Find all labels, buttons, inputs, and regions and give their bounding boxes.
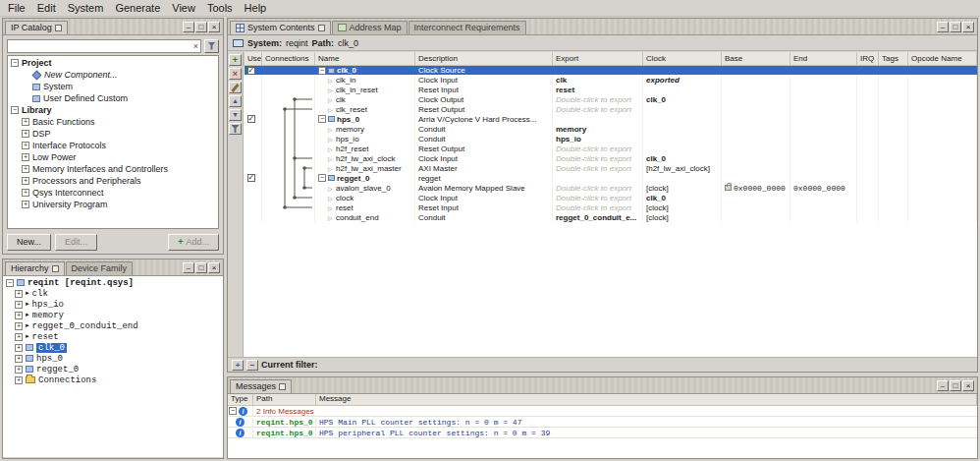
use-checkbox[interactable] — [247, 67, 255, 75]
expander-icon[interactable]: + — [22, 130, 29, 138]
row-clk-in[interactable]: ▷clk_inClock Inputclkexported — [245, 75, 977, 85]
export-cell[interactable]: regget_0_conduit_e... — [553, 212, 643, 222]
column-header-connections[interactable]: Connections — [262, 52, 315, 65]
message-row[interactable]: ireqint.hps_0HPS Main PLL counter settin… — [228, 417, 977, 428]
row-clk[interactable]: ▷clkClock OutputDouble-click to exportcl… — [245, 94, 977, 104]
tab-interconnect-requirements[interactable]: Interconnect Requirements — [408, 21, 526, 34]
row-h2f-lw-axi-master[interactable]: ▷h2f_lw_axi_masterAXI MasterDouble-click… — [245, 163, 977, 173]
expander-icon[interactable]: − — [11, 59, 19, 67]
filter-icon[interactable] — [229, 123, 242, 135]
row-reset[interactable]: ▷resetReset InputDouble-click to export[… — [245, 202, 977, 212]
tab-address-map[interactable]: Address Map — [332, 21, 408, 34]
hierarchy-item-connections[interactable]: +Connections — [3, 375, 223, 385]
hierarchy-item-regget-0[interactable]: +regget_0 — [3, 364, 223, 375]
row-conduit-end[interactable]: ▷conduit_endConduitregget_0_conduit_e...… — [245, 212, 977, 222]
expander-icon[interactable]: + — [22, 165, 29, 173]
row-avalon-slave-0[interactable]: ▷avalon_slave_0Avalon Memory Mapped Slav… — [245, 183, 977, 193]
tab-ip-catalog[interactable]: IP Catalog — [5, 21, 68, 34]
export-cell[interactable]: hps_io — [553, 134, 643, 144]
minimize-button[interactable]: – — [183, 22, 194, 32]
expander-icon[interactable]: + — [22, 153, 29, 161]
catalog-section-library[interactable]: −Library — [8, 104, 218, 116]
use-checkbox[interactable] — [247, 115, 255, 123]
menu-item-view[interactable]: View — [166, 2, 201, 14]
column-header-type[interactable]: Type — [228, 394, 253, 405]
export-cell[interactable]: Double-click to export — [553, 144, 643, 153]
expander-icon[interactable]: + — [15, 366, 23, 374]
move-down-icon[interactable]: ▼ — [229, 109, 242, 121]
hierarchy-item-clk-0[interactable]: +clk_0 — [3, 342, 223, 353]
export-cell[interactable] — [553, 114, 643, 124]
row-clk-in-reset[interactable]: ▷clk_in_resetReset Inputreset — [245, 85, 977, 94]
export-cell[interactable]: Double-click to export — [553, 94, 643, 104]
export-cell[interactable]: Double-click to export — [553, 153, 643, 163]
close-button[interactable]: × — [962, 380, 974, 391]
edit-icon[interactable] — [229, 82, 242, 93]
minimize-button[interactable]: – — [937, 380, 949, 391]
close-button[interactable]: × — [208, 262, 220, 273]
hierarchy-item-regget-0-conduit-end[interactable]: +►regget_0_conduit_end — [3, 320, 223, 331]
row-h2f-reset[interactable]: ▷h2f_resetReset OutputDouble-click to ex… — [245, 144, 977, 153]
filter-button[interactable] — [204, 39, 219, 53]
menu-item-system[interactable]: System — [62, 2, 110, 14]
expander-icon[interactable]: + — [22, 142, 29, 149]
catalog-item-dsp[interactable]: +DSP — [8, 128, 218, 140]
expander-icon[interactable]: + — [15, 290, 23, 298]
new-button[interactable]: New... — [7, 234, 51, 251]
collapse-all-icon[interactable]: − — [246, 360, 258, 371]
expander-icon[interactable]: − — [318, 115, 326, 123]
column-header-message[interactable]: Message — [316, 394, 977, 405]
column-header-clock[interactable]: Clock — [643, 52, 722, 65]
catalog-item-processors-and-peripherals[interactable]: +Processors and Peripherals — [8, 175, 218, 187]
message-row[interactable]: ireqint.hps_0HPS peripheral PLL counter … — [228, 428, 977, 438]
expander-icon[interactable]: + — [15, 376, 23, 384]
column-header-irq[interactable]: IRQ — [857, 52, 879, 65]
row-memory[interactable]: ▷memoryConduitmemory — [245, 124, 977, 134]
export-cell[interactable]: reset — [553, 85, 643, 94]
menu-item-edit[interactable]: Edit — [31, 2, 62, 14]
row-regget-0[interactable]: −regget_0regget — [245, 173, 977, 183]
expander-icon[interactable]: − — [318, 67, 326, 75]
export-cell[interactable] — [553, 173, 643, 183]
row-hps-0[interactable]: −hps_0Arria V/Cyclone V Hard Process... — [245, 114, 977, 124]
export-cell[interactable]: Double-click to export — [553, 193, 643, 202]
column-header-base[interactable]: Base — [722, 52, 790, 65]
catalog-item-interface-protocols[interactable]: +Interface Protocols — [8, 140, 218, 151]
catalog-item-system[interactable]: System — [8, 81, 218, 92]
add-icon[interactable]: + — [229, 54, 242, 66]
use-checkbox[interactable] — [247, 174, 255, 182]
expander-icon[interactable]: + — [15, 333, 23, 341]
remove-icon[interactable]: × — [229, 68, 242, 80]
catalog-item-low-power[interactable]: +Low Power — [8, 151, 218, 163]
expander-icon[interactable]: + — [22, 189, 29, 197]
message-group-row[interactable]: −i2 Info Messages — [228, 406, 977, 417]
search-input[interactable] — [8, 40, 191, 52]
expander-icon[interactable]: + — [22, 201, 29, 208]
expander-icon[interactable]: + — [15, 322, 23, 330]
export-cell[interactable]: Double-click to export — [553, 183, 643, 193]
expand-all-icon[interactable]: + — [232, 360, 244, 371]
row-clock[interactable]: ▷clockClock InputDouble-click to exportc… — [245, 193, 977, 202]
row-clk-0[interactable]: −clk_0Clock Source — [245, 65, 977, 75]
row-h2f-lw-axi-clock[interactable]: ▷h2f_lw_axi_clockClock InputDouble-click… — [245, 153, 977, 163]
expander-icon[interactable]: + — [22, 118, 29, 126]
edit-button[interactable]: Edit... — [55, 234, 97, 251]
hierarchy-item-memory[interactable]: +►memory — [3, 310, 223, 320]
export-cell[interactable] — [553, 65, 643, 75]
row-hps-io[interactable]: ▷hps_ioConduithps_io — [245, 134, 977, 144]
row-clk-reset[interactable]: ▷clk_resetReset OutputDouble-click to ex… — [245, 104, 977, 114]
add-button[interactable]: +Add... — [168, 234, 219, 251]
menu-item-help[interactable]: Help — [239, 2, 273, 14]
minimize-button[interactable]: – — [183, 262, 194, 273]
export-cell[interactable]: Double-click to export — [553, 202, 643, 212]
float-button[interactable]: □ — [950, 380, 961, 391]
catalog-item-new-component[interactable]: New Component... — [8, 69, 218, 81]
expander-icon[interactable]: − — [6, 279, 14, 287]
column-header-opcode-name[interactable]: Opcode Name — [908, 52, 977, 65]
column-header-name[interactable]: Name — [315, 52, 415, 65]
expander-icon[interactable]: + — [15, 312, 23, 319]
column-header-path[interactable]: Path — [253, 394, 316, 405]
catalog-section-project[interactable]: −Project — [8, 57, 218, 69]
expander-icon[interactable]: + — [15, 344, 23, 352]
close-button[interactable]: × — [962, 22, 974, 32]
